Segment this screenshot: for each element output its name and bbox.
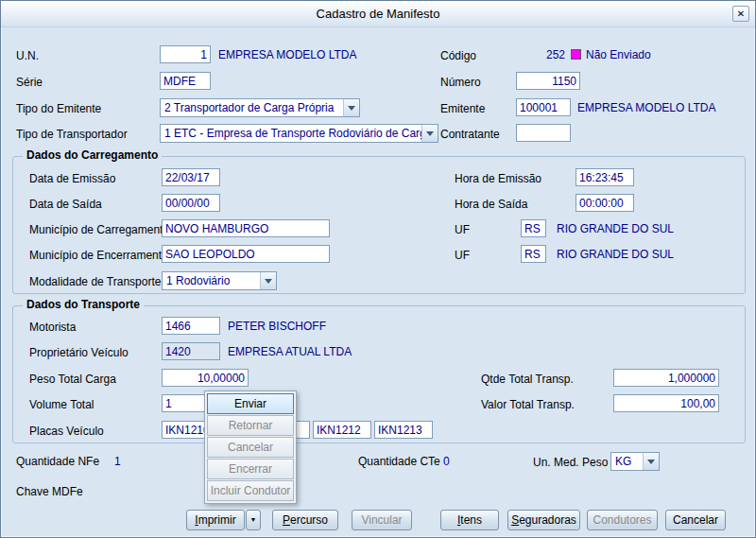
numero-input[interactable]	[516, 72, 580, 90]
qtde-total-input[interactable]	[613, 369, 719, 387]
peso-total-label: Peso Total Carga	[29, 371, 116, 388]
imprimir-button[interactable]: Imprimir	[186, 510, 245, 530]
codigo-label: Código	[440, 47, 476, 64]
imprimir-dropdown-button[interactable]: ▼	[246, 510, 261, 530]
hora-saida-input[interactable]	[576, 194, 634, 212]
un-description: EMPRESA MODELO LTDA	[218, 46, 356, 63]
modalidade-select[interactable]: 1 Rodoviário	[162, 271, 277, 290]
menu-item-retornar: Retornar	[207, 415, 294, 436]
un-label: U.N.	[16, 47, 39, 64]
data-emissao-label: Data de Emissão	[29, 170, 115, 187]
emitente-input[interactable]	[516, 98, 571, 116]
close-icon[interactable]: ✕	[732, 6, 749, 22]
contratante-label: Contratante	[440, 126, 500, 143]
motorista-description: PETER BISCHOFF	[228, 318, 326, 335]
tipo-emitente-label: Tipo do Emitente	[16, 100, 101, 117]
status-swatch	[571, 49, 581, 60]
menu-item-enviar[interactable]: Enviar	[207, 393, 294, 414]
data-saida-input[interactable]	[162, 194, 220, 212]
numero-label: Número	[440, 74, 481, 91]
imprimir-popup-menu: Enviar Retornar Cancelar Encerrar Inclui…	[204, 390, 297, 504]
proprietario-description: EMPRESA ATUAL LTDA	[228, 343, 352, 360]
codigo-value: 252	[525, 46, 565, 63]
qtd-cte-label: Quantidade CTe	[358, 453, 440, 470]
tipo-emitente-select[interactable]: 2 Transportador de Carga Própria	[160, 98, 360, 117]
qtd-nfe-value: 1	[114, 453, 121, 470]
municipio-encerramento-label: Município de Encerramento	[29, 247, 168, 264]
tipo-emitente-value: 2 Transportador de Carga Própria	[164, 101, 334, 114]
menu-item-cancelar: Cancelar	[207, 437, 294, 458]
placa-3-input[interactable]	[313, 421, 371, 439]
modalidade-value: 1 Rodoviário	[166, 274, 230, 287]
dropdown-arrow-icon: ▼	[247, 511, 260, 529]
valor-total-input[interactable]	[613, 394, 719, 412]
chave-mdfe-label: Chave MDFe	[16, 483, 83, 500]
emitente-description: EMPRESA MODELO LTDA	[577, 99, 715, 116]
proprietario-label: Proprietário Veículo	[29, 344, 129, 361]
qtd-nfe-label: Quantidade NFe	[16, 453, 99, 470]
condutores-button: Condutores	[587, 510, 658, 530]
uf-encerramento-description: RIO GRANDE DO SUL	[557, 246, 674, 263]
uf-carregamento-label: UF	[455, 221, 470, 238]
un-med-peso-label: Un. Med. Peso	[533, 454, 608, 471]
proprietario-input	[162, 342, 220, 360]
hora-emissao-input[interactable]	[576, 168, 634, 186]
seguradoras-button[interactable]: Seguradoras	[507, 510, 580, 530]
chevron-down-icon[interactable]	[343, 99, 359, 116]
municipio-carregamento-label: Município de Carregamento	[29, 221, 169, 238]
vincular-button: Vincular	[352, 510, 412, 530]
hora-emissao-label: Hora de Emissão	[455, 170, 541, 187]
contratante-input[interactable]	[516, 124, 571, 142]
uf-carregamento-description: RIO GRANDE DO SUL	[557, 220, 674, 237]
municipio-carregamento-input[interactable]	[162, 219, 330, 237]
uf-encerramento-input[interactable]	[521, 245, 546, 263]
tipo-transportador-label: Tipo de Transportador	[16, 126, 128, 143]
chevron-down-icon[interactable]	[421, 125, 438, 142]
status-text: Não Enviado	[586, 46, 651, 63]
tipo-transportador-value: 1 ETC - Empresa de Transporte Rodoviário…	[164, 127, 438, 140]
peso-total-input[interactable]	[162, 369, 249, 387]
hora-saida-label: Hora de Saída	[455, 196, 527, 213]
serie-label: Série	[16, 74, 43, 91]
municipio-encerramento-input[interactable]	[162, 245, 330, 263]
modalidade-label: Modalidade de Transporte	[29, 273, 161, 290]
carregamento-group-title: Dados do Carregamento	[23, 148, 162, 162]
manifest-dialog: Cadastro de Manifesto ✕ U.N. EMPRESA MOD…	[0, 0, 756, 538]
qtd-cte-value: 0	[443, 453, 450, 470]
cancelar-button[interactable]: Cancelar	[665, 510, 726, 530]
un-med-peso-select[interactable]: KG	[610, 452, 660, 471]
menu-item-encerrar: Encerrar	[207, 459, 294, 479]
percurso-button[interactable]: Percurso	[272, 510, 338, 530]
menu-item-incluir-condutor: Incluir Condutor	[207, 480, 294, 501]
valor-total-label: Valor Total Transp.	[481, 396, 575, 413]
chevron-down-icon[interactable]	[260, 272, 276, 289]
tipo-transportador-select[interactable]: 1 ETC - Empresa de Transporte Rodoviário…	[160, 124, 438, 143]
dialog-title: Cadastro de Manifesto	[317, 7, 440, 21]
serie-input[interactable]	[160, 72, 211, 90]
volume-total-label: Volume Total	[29, 396, 94, 413]
uf-carregamento-input[interactable]	[521, 219, 546, 237]
data-saida-label: Data de Saída	[29, 196, 102, 213]
transporte-group-title: Dados do Transporte	[23, 298, 144, 311]
un-med-peso-value: KG	[615, 455, 631, 468]
itens-button[interactable]: Itens	[440, 510, 499, 530]
un-input[interactable]	[160, 45, 211, 63]
qtde-total-label: Qtde Total Transp.	[481, 371, 574, 388]
data-emissao-input[interactable]	[162, 168, 220, 186]
placas-label: Placas Veículo	[29, 423, 104, 440]
placa-4-input[interactable]	[374, 421, 433, 439]
motorista-label: Motorista	[29, 319, 76, 336]
title-bar: Cadastro de Manifesto ✕	[1, 1, 755, 27]
uf-encerramento-label: UF	[455, 247, 470, 264]
chevron-down-icon[interactable]	[643, 453, 659, 470]
motorista-input[interactable]	[162, 317, 220, 335]
emitente-label: Emitente	[440, 100, 485, 117]
